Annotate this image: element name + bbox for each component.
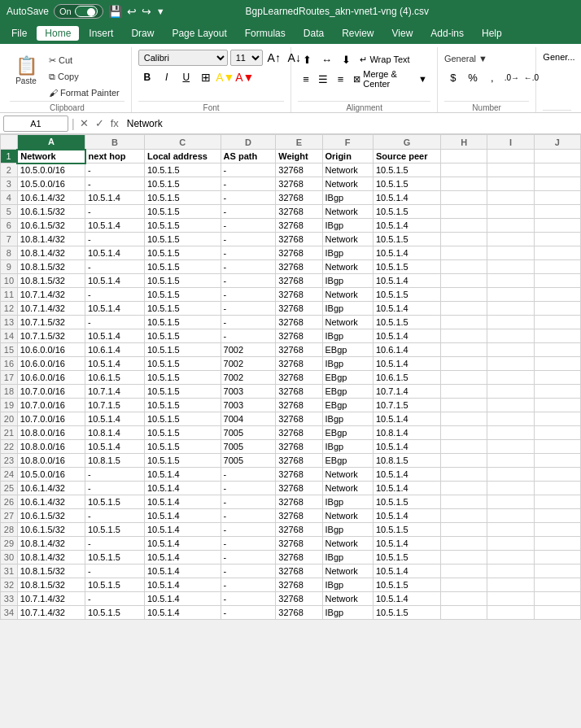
table-cell[interactable]: 10.5.1.5 <box>144 426 221 440</box>
table-cell[interactable]: 10.8.0.0/16 <box>17 426 85 440</box>
table-cell[interactable]: EBgp <box>322 399 373 412</box>
row-header[interactable]: 23 <box>1 454 18 468</box>
table-cell[interactable] <box>534 274 580 288</box>
table-cell[interactable]: 32768 <box>276 509 322 523</box>
table-cell[interactable] <box>487 454 534 468</box>
currency-button[interactable]: $ <box>444 68 462 86</box>
table-cell[interactable]: 10.5.1.4 <box>144 482 221 495</box>
table-cell[interactable]: IBgp <box>322 495 373 509</box>
table-cell[interactable] <box>534 219 580 233</box>
table-cell[interactable]: IBgp <box>322 523 373 537</box>
table-cell[interactable]: 10.5.1.4 <box>373 440 440 454</box>
table-cell[interactable]: next hop <box>85 150 145 163</box>
table-cell[interactable]: 10.5.1.4 <box>373 537 440 551</box>
table-cell[interactable]: 10.5.1.5 <box>144 177 221 191</box>
table-cell[interactable] <box>441 509 487 523</box>
customize-icon[interactable]: ▼ <box>156 7 165 16</box>
table-cell[interactable]: 32768 <box>276 385 322 399</box>
table-cell[interactable]: 32768 <box>276 191 322 205</box>
table-cell[interactable]: Network <box>322 592 373 606</box>
table-cell[interactable]: 32768 <box>276 274 322 288</box>
table-cell[interactable] <box>534 426 580 440</box>
col-header-j[interactable]: J <box>534 135 580 150</box>
align-bottom-button[interactable]: ⬇ <box>337 50 355 68</box>
table-cell[interactable]: 10.5.1.4 <box>85 302 145 316</box>
table-cell[interactable]: 10.5.1.5 <box>144 412 221 426</box>
row-header[interactable]: 22 <box>1 440 18 454</box>
table-cell[interactable] <box>441 551 487 565</box>
table-cell[interactable] <box>534 592 580 606</box>
table-cell[interactable]: 10.5.1.5 <box>373 233 440 246</box>
table-cell[interactable]: 10.6.1.5/32 <box>17 219 85 233</box>
table-cell[interactable]: IBgp <box>322 578 373 592</box>
cell-reference-input[interactable] <box>3 116 68 132</box>
table-cell[interactable]: 10.8.1.5/32 <box>17 565 85 578</box>
table-cell[interactable]: 10.5.1.5 <box>144 163 221 177</box>
table-cell[interactable] <box>534 288 580 302</box>
undo-icon[interactable]: ↩ <box>127 5 137 18</box>
table-cell[interactable]: EBgp <box>322 426 373 440</box>
table-cell[interactable]: - <box>85 565 145 578</box>
table-cell[interactable]: 10.7.0.0/16 <box>17 385 85 399</box>
table-cell[interactable]: 10.5.1.5 <box>144 233 221 246</box>
table-cell[interactable] <box>487 509 534 523</box>
table-cell[interactable]: 10.5.1.4 <box>85 412 145 426</box>
table-cell[interactable]: 7005 <box>221 426 276 440</box>
table-cell[interactable] <box>441 163 487 177</box>
table-cell[interactable] <box>487 371 534 385</box>
table-cell[interactable]: 10.5.1.5 <box>373 260 440 274</box>
table-cell[interactable] <box>487 246 534 260</box>
table-cell[interactable] <box>441 150 487 163</box>
table-cell[interactable] <box>441 205 487 219</box>
menu-view[interactable]: View <box>384 26 422 41</box>
wrap-text-button[interactable]: ↵ Wrap Text <box>356 50 413 68</box>
table-cell[interactable]: 10.5.1.4 <box>373 592 440 606</box>
table-cell[interactable]: - <box>221 468 276 482</box>
table-cell[interactable]: 10.5.1.4 <box>373 482 440 495</box>
table-cell[interactable]: - <box>221 302 276 316</box>
table-cell[interactable]: 10.7.1.4 <box>85 385 145 399</box>
autosave-badge[interactable]: On <box>54 4 103 19</box>
table-cell[interactable]: 10.8.1.4/32 <box>17 246 85 260</box>
table-cell[interactable]: 32768 <box>276 316 322 329</box>
table-cell[interactable] <box>487 150 534 163</box>
table-cell[interactable]: Network <box>322 177 373 191</box>
table-cell[interactable]: - <box>221 233 276 246</box>
menu-draw[interactable]: Draw <box>123 26 162 41</box>
row-header[interactable]: 34 <box>1 606 18 620</box>
table-cell[interactable]: 7005 <box>221 440 276 454</box>
confirm-formula-icon[interactable]: ✓ <box>94 116 106 131</box>
table-cell[interactable]: 32768 <box>276 233 322 246</box>
table-cell[interactable] <box>534 260 580 274</box>
col-header-f[interactable]: F <box>322 135 373 150</box>
table-cell[interactable]: 10.5.1.5 <box>144 399 221 412</box>
table-cell[interactable]: 7004 <box>221 412 276 426</box>
table-cell[interactable]: 10.8.1.4/32 <box>17 233 85 246</box>
table-cell[interactable]: 32768 <box>276 371 322 385</box>
table-cell[interactable] <box>487 592 534 606</box>
table-cell[interactable]: 10.8.0.0/16 <box>17 454 85 468</box>
table-cell[interactable]: AS path <box>221 150 276 163</box>
paste-button[interactable]: 📋 Paste <box>10 49 42 91</box>
table-cell[interactable] <box>534 233 580 246</box>
table-cell[interactable]: 10.5.1.4 <box>373 302 440 316</box>
table-cell[interactable] <box>487 440 534 454</box>
table-cell[interactable]: Network <box>322 205 373 219</box>
table-cell[interactable] <box>534 205 580 219</box>
table-cell[interactable]: 10.5.1.4 <box>373 357 440 371</box>
table-cell[interactable]: - <box>221 246 276 260</box>
table-cell[interactable] <box>534 343 580 357</box>
align-right-button[interactable]: ≡ <box>333 70 348 88</box>
table-cell[interactable]: 10.5.1.5 <box>144 246 221 260</box>
table-cell[interactable]: EBgp <box>322 385 373 399</box>
table-cell[interactable] <box>441 371 487 385</box>
font-size-select[interactable]: 11 <box>230 50 263 66</box>
table-cell[interactable]: 10.6.1.4 <box>85 343 145 357</box>
table-cell[interactable] <box>441 412 487 426</box>
table-cell[interactable]: 32768 <box>276 288 322 302</box>
table-cell[interactable] <box>487 468 534 482</box>
table-cell[interactable] <box>534 509 580 523</box>
table-cell[interactable]: 10.7.1.5/32 <box>17 316 85 329</box>
table-cell[interactable]: IBgp <box>322 246 373 260</box>
row-header[interactable]: 9 <box>1 260 18 274</box>
